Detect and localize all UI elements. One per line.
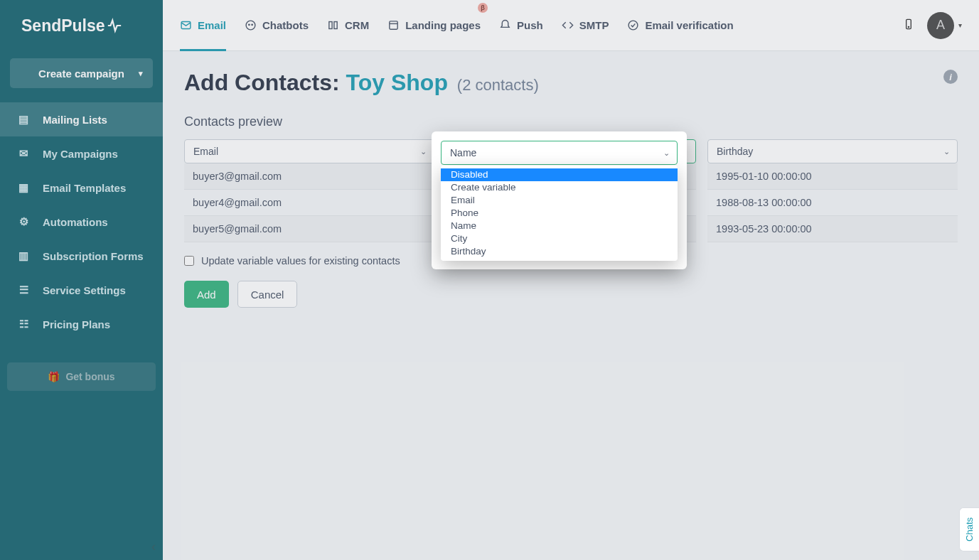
email-icon xyxy=(180,19,192,31)
form-icon: ▥ xyxy=(16,249,31,262)
dropdown-option-create-variable[interactable]: Create variable xyxy=(441,181,678,194)
dropdown-option-disabled[interactable]: Disabled xyxy=(441,168,678,181)
sidebar-item-email-templates[interactable]: ▦ Email Templates xyxy=(0,171,163,205)
page-title: Add Contacts: Toy Shop (2 contacts) xyxy=(184,70,958,96)
landing-icon xyxy=(387,19,400,31)
dropdown-option-city[interactable]: City xyxy=(441,232,678,245)
code-icon xyxy=(562,19,574,31)
sidebar-item-service-settings[interactable]: ☰ Service Settings xyxy=(0,273,163,307)
cell-birthday: 1995-01-10 00:00:00 xyxy=(707,163,958,190)
cell-birthday: 1988-08-13 00:00:00 xyxy=(707,190,958,216)
cell-birthday: 1993-05-23 00:00:00 xyxy=(707,216,958,242)
list-icon: ▤ xyxy=(16,113,31,126)
sidebar-item-mailing-lists[interactable]: ▤ Mailing Lists xyxy=(0,102,163,136)
sidebar-item-pricing-plans[interactable]: ☷ Pricing Plans xyxy=(0,307,163,341)
column-select-name-open[interactable]: Name⌄ xyxy=(441,141,678,165)
dropdown-option-birthday[interactable]: Birthday xyxy=(441,245,678,258)
sidebar-item-my-campaigns[interactable]: ✉ My Campaigns xyxy=(0,136,163,171)
sidebar: SendPulse Create campaign ▾ ▤ Mailing Li… xyxy=(0,0,163,560)
cancel-button[interactable]: Cancel xyxy=(237,281,298,308)
contact-count: (2 contacts) xyxy=(457,76,539,94)
automation-icon: ⚙ xyxy=(16,215,31,228)
gift-icon: 🎁 xyxy=(48,371,60,382)
user-avatar[interactable]: A xyxy=(927,12,954,39)
send-icon: ✉ xyxy=(16,147,31,160)
template-icon: ▦ xyxy=(16,181,31,194)
cell-email: buyer4@gmail.com xyxy=(184,190,434,216)
svg-point-7 xyxy=(629,21,638,30)
chevron-down-icon: ⌄ xyxy=(943,147,950,156)
check-icon xyxy=(627,19,639,31)
crm-icon xyxy=(327,19,339,31)
dropdown-option-phone[interactable]: Phone xyxy=(441,207,678,220)
sidebar-item-subscription-forms[interactable]: ▥ Subscription Forms xyxy=(0,239,163,273)
svg-rect-6 xyxy=(390,21,397,29)
dropdown-option-name[interactable]: Name xyxy=(441,220,678,232)
cell-email: buyer5@gmail.com xyxy=(184,216,434,242)
tab-crm[interactable]: CRM xyxy=(327,0,369,51)
pulse-icon xyxy=(107,18,122,33)
svg-point-3 xyxy=(252,24,252,25)
dropdown-option-email[interactable]: Email xyxy=(441,194,678,207)
list-name[interactable]: Toy Shop xyxy=(346,70,448,95)
tab-email[interactable]: Email xyxy=(180,0,226,51)
info-icon[interactable]: i xyxy=(943,70,958,84)
column-select-email[interactable]: Email⌄ xyxy=(184,139,434,163)
dropdown-container: Name⌄ Disabled Create variable Email Pho… xyxy=(432,131,687,269)
pricing-icon: ☷ xyxy=(16,318,31,330)
svg-point-2 xyxy=(249,24,250,25)
chevron-down-icon: ⌄ xyxy=(663,149,670,158)
sidebar-item-automations[interactable]: ⚙ Automations xyxy=(0,205,163,239)
chats-panel-toggle[interactable]: Chats xyxy=(959,507,979,551)
variable-dropdown: Disabled Create variable Email Phone Nam… xyxy=(441,166,678,261)
mobile-icon[interactable] xyxy=(903,17,914,34)
main-content: i Add Contacts: Toy Shop (2 contacts) Co… xyxy=(163,51,979,560)
settings-icon: ☰ xyxy=(16,284,31,296)
tab-smtp[interactable]: SMTP xyxy=(562,0,609,51)
column-select-birthday[interactable]: Birthday⌄ xyxy=(707,139,958,163)
tab-landing-pages[interactable]: Landing pages β xyxy=(387,0,481,51)
top-nav: Email Chatbots CRM Landing pages β Push … xyxy=(163,0,979,51)
svg-rect-5 xyxy=(334,22,337,29)
create-campaign-button[interactable]: Create campaign ▾ xyxy=(10,58,153,88)
chevron-down-icon[interactable]: ▾ xyxy=(958,21,962,29)
get-bonus-button[interactable]: 🎁 Get bonus xyxy=(7,362,156,391)
collapse-sidebar[interactable]: ‹ xyxy=(151,539,156,554)
svg-rect-4 xyxy=(329,22,332,29)
svg-point-9 xyxy=(908,26,909,27)
section-title: Contacts preview xyxy=(184,114,958,129)
chevron-down-icon: ⌄ xyxy=(420,147,427,156)
chatbot-icon xyxy=(245,19,257,31)
tab-email-verification[interactable]: Email verification xyxy=(627,0,733,51)
beta-badge: β xyxy=(478,3,488,13)
svg-point-1 xyxy=(246,21,255,30)
chevron-down-icon: ▾ xyxy=(139,69,143,78)
brand-logo[interactable]: SendPulse xyxy=(0,0,163,51)
bell-icon xyxy=(499,19,511,31)
tab-push[interactable]: Push xyxy=(499,0,543,51)
add-button[interactable]: Add xyxy=(184,281,229,308)
update-variables-checkbox[interactable] xyxy=(184,256,194,266)
tab-chatbots[interactable]: Chatbots xyxy=(245,0,309,51)
cell-email: buyer3@gmail.com xyxy=(184,163,434,190)
